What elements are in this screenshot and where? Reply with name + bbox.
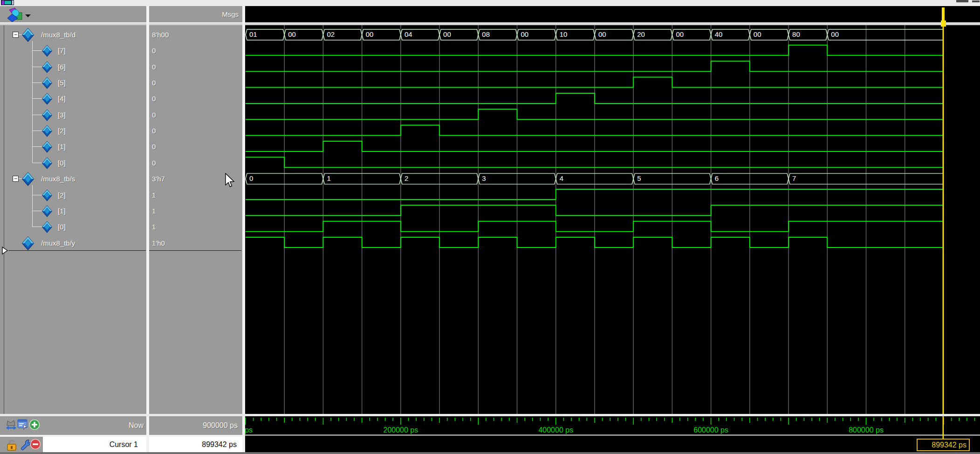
fit-time-range-icon[interactable] <box>6 420 16 431</box>
svg-text:6: 6 <box>715 174 719 182</box>
signal-value-5[interactable]: 0 <box>149 75 242 91</box>
tree-connector <box>32 115 42 115</box>
wave-signal-icon[interactable] <box>7 7 23 22</box>
signal-diamond-icon <box>21 28 34 42</box>
signal-name-label: [1] <box>58 139 66 155</box>
svg-text:00: 00 <box>676 30 684 38</box>
signal-value-label: 8'h00 <box>152 27 169 43</box>
signal-value-2[interactable]: 1 <box>149 187 242 203</box>
signal-row-7[interactable]: [7] <box>0 43 146 59</box>
signal-value-label: 0 <box>152 107 156 123</box>
signal-row-0[interactable]: [0] <box>0 155 146 171</box>
signal-row-4[interactable]: [4] <box>0 91 146 107</box>
svg-text:00: 00 <box>366 30 374 38</box>
add-cursor-icon[interactable] <box>29 419 40 430</box>
waveform-canvas[interactable]: 0100020004000800100020004000800001234567 <box>245 25 980 414</box>
svg-text:00: 00 <box>521 30 529 38</box>
svg-text:10: 10 <box>560 30 568 38</box>
time-ruler[interactable]: 0 ps200000 ps400000 ps600000 ps800000 ps <box>245 416 980 452</box>
tree-connector <box>32 211 42 211</box>
tree-connector <box>32 146 42 147</box>
edit-cursor-icon[interactable] <box>20 439 31 451</box>
svg-text:0: 0 <box>249 174 253 182</box>
svg-text:80: 80 <box>792 30 800 38</box>
signal-diamond-icon <box>42 157 52 169</box>
maximize-button-remnant[interactable] <box>972 0 980 2</box>
cursor-value-cell[interactable]: 899342 ps <box>149 437 242 452</box>
signal-row-2[interactable]: [2] <box>0 123 146 139</box>
lock-cursor-icon[interactable] <box>6 439 18 451</box>
signal-row-mux8-tb-y[interactable]: /mux8_tb/y <box>0 235 146 251</box>
modelsim-wave-window: Msgs − /mux8_tb/d [7] <box>0 0 980 454</box>
svg-text:600000 ps: 600000 ps <box>693 426 728 434</box>
svg-text:2: 2 <box>404 174 408 182</box>
collapse-expander[interactable]: − <box>13 176 19 182</box>
svg-text:00: 00 <box>754 30 761 38</box>
signal-value-7[interactable]: 0 <box>149 43 242 59</box>
signal-row-1[interactable]: [1] <box>0 139 146 155</box>
signal-names-pane[interactable]: − /mux8_tb/d [7] [6] <box>0 25 146 414</box>
msgs-column-header[interactable]: Msgs <box>149 6 242 22</box>
svg-text:00: 00 <box>288 30 296 38</box>
signal-value-label: 0 <box>152 139 156 155</box>
waveform-pane[interactable]: 0100020004000800100020004000800001234567 <box>245 25 980 414</box>
svg-text:5: 5 <box>637 174 641 182</box>
signal-value-label: 1'h0 <box>152 235 165 251</box>
signal-row-mux8-tb-d[interactable]: − /mux8_tb/d <box>0 27 146 43</box>
signal-values-pane[interactable]: 8'h00000000003'h71111'h0 <box>149 25 242 414</box>
signal-value-2[interactable]: 0 <box>149 123 242 139</box>
collapse-expander[interactable]: − <box>13 32 19 38</box>
signal-name-label: [6] <box>58 59 66 75</box>
tree-connector <box>32 227 42 227</box>
signal-value-mux8-tb-y[interactable]: 1'h0 <box>149 235 242 251</box>
signal-value-1[interactable]: 1 <box>149 203 242 219</box>
signal-value-0[interactable]: 1 <box>149 219 242 235</box>
signal-value-mux8-tb-d[interactable]: 8'h00 <box>149 27 242 43</box>
msgs-header-label: Msgs <box>222 10 239 18</box>
properties-window-icon[interactable] <box>17 419 28 430</box>
svg-text:00: 00 <box>443 30 451 38</box>
signal-row-6[interactable]: [6] <box>0 59 146 75</box>
mouse-arrow-cursor <box>225 173 235 188</box>
cursor-time-box[interactable]: 899342 ps <box>917 439 970 451</box>
cursor-handle[interactable] <box>941 21 946 27</box>
signal-value-label: 0 <box>152 91 156 107</box>
signal-row-5[interactable]: [5] <box>0 75 146 91</box>
signal-value-1[interactable]: 0 <box>149 139 242 155</box>
signal-value-label: 1 <box>152 203 156 219</box>
wave-header-margin <box>245 6 980 22</box>
bottom-edge-strip <box>0 452 980 454</box>
signal-name-label: [3] <box>58 107 66 123</box>
svg-text:400000 ps: 400000 ps <box>538 426 573 434</box>
pane-splitter-right[interactable] <box>242 6 245 452</box>
cursor-name-cell[interactable]: Cursor 1 <box>43 437 146 452</box>
pane-splitter-left[interactable] <box>146 6 149 452</box>
signal-name-label: [5] <box>58 75 66 91</box>
cursor-label: Cursor 1 <box>110 440 138 448</box>
minimize-button-remnant[interactable] <box>956 0 968 2</box>
signal-row-0[interactable]: [0] <box>0 219 146 235</box>
app-icon-remnant <box>1 0 15 5</box>
signal-value-label: 1 <box>152 187 156 203</box>
signal-row-3[interactable]: [3] <box>0 107 146 123</box>
insertion-bar-names <box>8 250 146 251</box>
signal-value-4[interactable]: 0 <box>149 91 242 107</box>
signal-value-3[interactable]: 0 <box>149 107 242 123</box>
svg-text:00: 00 <box>598 30 606 38</box>
svg-text:02: 02 <box>327 30 335 38</box>
svg-text:00: 00 <box>831 30 839 38</box>
remove-cursor-icon[interactable] <box>30 439 41 450</box>
signal-name-label: [1] <box>58 203 66 219</box>
signal-row-1[interactable]: [1] <box>0 203 146 219</box>
dropdown-arrow-icon[interactable] <box>25 14 31 18</box>
signal-row-mux8-tb-s[interactable]: − /mux8_tb/s <box>0 171 146 187</box>
signal-diamond-icon <box>42 109 52 121</box>
svg-text:3: 3 <box>482 174 486 182</box>
svg-text:08: 08 <box>482 30 490 38</box>
signal-value-6[interactable]: 0 <box>149 59 242 75</box>
signal-value-0[interactable]: 0 <box>149 155 242 171</box>
signal-name-label: [4] <box>58 91 66 107</box>
signal-diamond-icon <box>42 125 52 137</box>
signal-row-2[interactable]: [2] <box>0 187 146 203</box>
svg-text:7: 7 <box>792 174 796 182</box>
